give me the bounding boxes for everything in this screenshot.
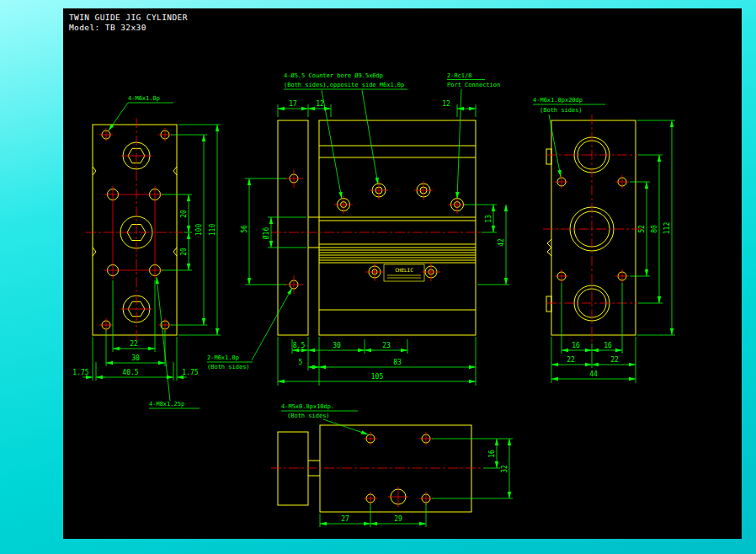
desktop: TWIN GUIDE JIG CYLINDER Model: TB 32x30	[0, 0, 756, 554]
bottom-callout-line1: 4-M5x0.8px10dp.	[281, 403, 334, 410]
side-holes-callout-line1: 2-M6x1.0p	[207, 354, 239, 361]
dim-text: 27	[341, 515, 349, 523]
bottom-callout-line2: (Both sides)	[287, 413, 330, 419]
dim-text: 12	[442, 100, 450, 108]
dim-text: 112	[663, 222, 671, 235]
dim-text: 80	[651, 225, 658, 233]
dim-text: 8.5	[293, 342, 306, 349]
dim-text: 12	[316, 100, 324, 108]
dim-text: 110	[209, 224, 216, 237]
side-holes-callout-line2: (Both sides)	[207, 364, 250, 370]
nameplate-brand: CHELIC	[395, 267, 413, 273]
dim-text: 20	[180, 248, 188, 256]
dim-text: 22	[567, 356, 575, 364]
dim-text: 16	[604, 342, 612, 349]
port-callout-line1: 2-Rc1/8	[447, 72, 472, 79]
dim-text: 100	[195, 224, 203, 237]
thread-callout: 4-M8x1.25p	[149, 401, 184, 408]
dim-text: 29	[394, 515, 402, 523]
dim-text: 32	[501, 465, 508, 473]
dim-text: 1.75	[72, 369, 88, 376]
end-callout-line1: 4-M6x1.0px20dp	[533, 97, 583, 104]
dim-text: 56	[241, 225, 248, 233]
dim-text: 22	[130, 340, 138, 348]
drawing-model: Model: TB 32x30	[69, 23, 146, 32]
dim-text: Ø16	[262, 227, 270, 240]
dim-text: 105	[371, 373, 384, 381]
dim-text: 13	[485, 215, 492, 223]
cad-drawing: TWIN GUIDE JIG CYLINDER Model: TB 32x30	[0, 0, 756, 554]
drawing-title: TWIN GUIDE JIG CYLINDER	[69, 13, 188, 22]
dim-text: 5	[299, 359, 303, 366]
dim-text: 22	[610, 356, 619, 364]
dim-text: 17	[289, 100, 297, 108]
dim-text: 23	[382, 342, 391, 349]
dim-text: 40.5	[122, 369, 138, 376]
port-callout-line2: Port Connection	[447, 82, 500, 88]
counterbore-callout-line1: 4-Ø5.5 Counter bore Ø9.5x6dp	[284, 72, 383, 79]
dim-text: 42	[498, 238, 505, 247]
dim-text: 52	[638, 225, 646, 233]
end-callout-line2: (Both sides)	[540, 107, 583, 114]
dim-text: 16	[488, 450, 496, 458]
dim-text: 83	[393, 359, 402, 366]
dim-text: 20	[180, 210, 188, 218]
dim-text: 30	[131, 354, 140, 362]
dim-text: 44	[589, 370, 598, 378]
dim-text: 16	[572, 342, 580, 349]
counterbore-callout-line2: (Both sides),opposite side M6x1.0p	[284, 82, 404, 88]
thread-callout: 4-M6x1.0p	[128, 95, 160, 102]
dim-text: 30	[333, 342, 341, 349]
dim-text: 1.75	[182, 369, 198, 376]
